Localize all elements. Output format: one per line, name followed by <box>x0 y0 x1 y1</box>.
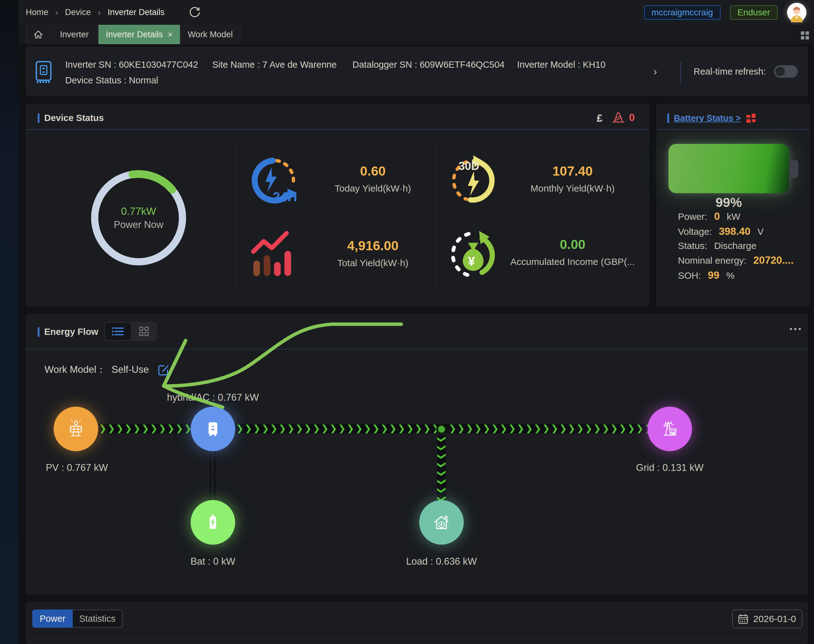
site-name: Site Name : 7 Ave de Warenne <box>212 60 337 70</box>
battery-nominal-value: 20720.... <box>753 254 793 267</box>
battery-level-graphic <box>668 144 789 193</box>
energy-flow-title: Energy Flow <box>44 327 98 337</box>
tab-inverter-details[interactable]: Inverter Details × <box>98 25 180 44</box>
battery-connector-line <box>214 451 215 500</box>
bottom-chart-panel <box>26 602 808 644</box>
battery-power-row: Power: 0 kW <box>678 210 740 223</box>
refresh-icon[interactable] <box>189 6 201 19</box>
datalogger-sn: Datalogger SN : 609W6ETF46QC504 <box>353 60 504 70</box>
total-yield-label: Total Yield(kW·h) <box>285 258 461 268</box>
gauge-text: 0.77kW Power Now <box>90 205 187 230</box>
device-status: Device Status : Normal <box>65 75 158 86</box>
breadcrumb-separator: › <box>98 8 101 18</box>
battery-soh-unit: % <box>726 269 735 282</box>
inverter-icon <box>203 419 223 439</box>
monthly-yield-metric: 107.40 Monthly Yield(kW·h) <box>485 164 660 194</box>
flow-junction-dot <box>436 424 447 435</box>
bottom-tabs: Power Statistics <box>32 610 123 628</box>
battery-node <box>191 500 235 544</box>
total-yield-value: 4,916.00 <box>285 238 461 253</box>
left-edge-strip <box>0 0 18 644</box>
battery-soh-row: SOH: 99 % <box>678 269 735 282</box>
role-button[interactable]: Enduser <box>730 5 778 20</box>
home-icon <box>33 29 44 40</box>
date-picker[interactable]: 2026-01-0 <box>732 610 802 628</box>
today-yield-metric: 0.60 Today Yield(kW·h) <box>285 164 461 194</box>
list-view-icon <box>111 327 124 336</box>
edit-work-model-icon[interactable] <box>157 363 170 376</box>
hybrid-inverter-node <box>191 407 235 451</box>
toggle-knob <box>776 67 785 76</box>
power-now-label: Power Now <box>90 219 187 230</box>
solar-panel-icon <box>66 419 86 439</box>
view-toggle-group <box>104 322 157 341</box>
tab-home[interactable] <box>26 25 51 44</box>
battery-terminal <box>789 160 798 178</box>
top-header: Home › Device › Inverter Details mccraig… <box>18 0 814 25</box>
tab-statistics[interactable]: Statistics <box>73 610 123 628</box>
alarm-count-badge[interactable]: 0 <box>629 112 635 124</box>
more-options-button[interactable]: ••• <box>778 324 803 334</box>
breadcrumb-separator: › <box>55 8 58 18</box>
grid-view-button[interactable] <box>131 322 157 341</box>
tab-label: Inverter <box>60 30 89 40</box>
battery-power-label: Power: <box>678 210 707 223</box>
apps-grid-icon[interactable] <box>800 30 810 40</box>
bat-node-label: Bat : 0 kW <box>144 556 282 567</box>
home-load-icon <box>431 512 452 533</box>
realtime-refresh-toggle[interactable] <box>774 65 798 78</box>
battery-percent: 99% <box>668 195 789 210</box>
pv-node <box>54 407 98 451</box>
list-view-button[interactable] <box>105 323 131 340</box>
grid-node <box>647 407 692 451</box>
power-now-value: 0.77kW <box>90 205 187 217</box>
battery-power-unit: kW <box>727 210 740 223</box>
grid-view-icon <box>138 326 150 337</box>
header-divider <box>657 129 809 130</box>
battery-voltage-value: 398.40 <box>719 225 750 238</box>
close-tab-icon[interactable]: × <box>168 30 172 40</box>
pv-node-label: PV : 0.767 kW <box>8 462 146 474</box>
battery-nominal-row: Nominal energy: 20720.... <box>678 254 794 267</box>
today-yield-value: 0.60 <box>285 164 461 179</box>
tab-label: Inverter Details <box>106 30 163 40</box>
currency-icon[interactable]: £ <box>597 112 602 124</box>
battery-status-label: Status: <box>678 239 707 252</box>
inverter-details-page: Home › Device › Inverter Details mccraig… <box>0 0 814 644</box>
battery-status-value: Discharge <box>714 239 756 252</box>
battery-status-link[interactable]: Battery Status > <box>674 113 741 123</box>
inverter-device-icon <box>34 61 53 83</box>
alarm-cone-icon[interactable] <box>612 112 625 124</box>
device-info-panel: Inverter SN : 60KE1030477C042 Site Name … <box>26 47 808 96</box>
hybrid-node-label: hybrid/AC : 0.767 kW <box>144 392 282 403</box>
work-model-row: Work Model： Self-Use <box>44 363 170 376</box>
device-status-title: Device Status <box>44 113 104 123</box>
work-model-value: Self-Use <box>112 364 149 375</box>
header-actions: mccraigmccraig Enduser <box>644 3 806 22</box>
flow-arrows-to-load: ❯❯❯❯❯❯❯❯❯❯❯❯❯❯❯❯❯❯❯❯ <box>437 435 446 500</box>
today-yield-label: Today Yield(kW·h) <box>285 183 461 194</box>
load-node <box>419 500 464 544</box>
battery-dashboard-icon[interactable] <box>746 113 756 124</box>
battery-icon <box>203 513 222 532</box>
load-node-label: Load : 0.636 kW <box>373 556 510 567</box>
breadcrumb-home[interactable]: Home <box>26 8 48 17</box>
date-value: 2026-01-0 <box>753 613 796 624</box>
section-tick <box>38 113 40 123</box>
monthly-yield-value: 107.40 <box>485 164 660 179</box>
expand-chevron-icon[interactable]: › <box>653 65 657 77</box>
battery-voltage-label: Voltage: <box>678 225 712 238</box>
breadcrumb-device[interactable]: Device <box>65 8 91 17</box>
svg-text:¥: ¥ <box>468 254 475 268</box>
header-divider <box>26 129 649 130</box>
username-button[interactable]: mccraigmccraig <box>644 5 720 20</box>
battery-status-row: Status: Discharge <box>678 239 756 252</box>
realtime-refresh-label: Real-time refresh: <box>694 66 766 77</box>
avatar[interactable] <box>787 3 806 22</box>
tab-inverter[interactable]: Inverter <box>51 25 98 44</box>
power-grid-icon <box>659 419 680 439</box>
grid-node-label: Grid : 0.131 kW <box>601 462 739 474</box>
tab-work-model[interactable]: Work Model <box>180 25 241 44</box>
tab-power[interactable]: Power <box>32 610 73 628</box>
total-yield-metric: 4,916.00 Total Yield(kW·h) <box>285 238 461 268</box>
